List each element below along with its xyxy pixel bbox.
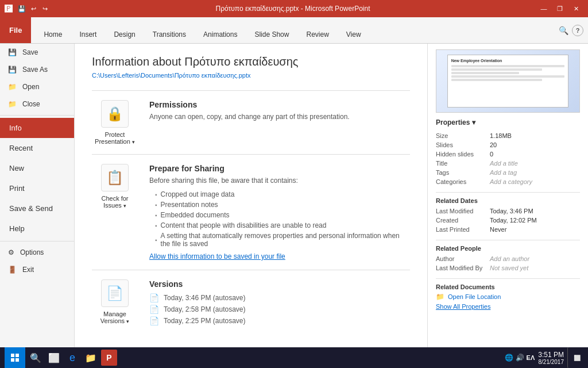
slide-preview: New Employee Orientation xyxy=(436,49,580,113)
prop-author: Author Add an author xyxy=(436,254,580,263)
time-display: 3:51 PM xyxy=(538,351,564,359)
date-display: 8/21/2017 xyxy=(538,359,564,365)
file-path[interactable]: C:\Users\Lefteris\Documents\Πρότυπο εκπα… xyxy=(92,72,410,79)
tab-view[interactable]: View xyxy=(338,27,369,43)
save-icon: 💾 xyxy=(8,48,17,56)
language-indicator[interactable]: ΕΛ xyxy=(527,354,535,361)
sidebar-item-options[interactable]: ⚙ Options xyxy=(0,244,74,261)
protect-icon: 🔒 xyxy=(101,100,129,128)
minimize-button[interactable]: — xyxy=(536,3,551,14)
prepare-bullets: Cropped out image data Presentation note… xyxy=(155,189,410,249)
undo-icon[interactable]: ↩ xyxy=(29,4,38,13)
permissions-desc: Anyone can open, copy, and change any pa… xyxy=(149,113,410,121)
start-button[interactable] xyxy=(5,347,25,368)
clock: 3:51 PM 8/21/2017 xyxy=(538,351,564,365)
prop-title: Title Add a title xyxy=(436,159,580,168)
ribbon: File Home Insert Design Transitions Anim… xyxy=(0,17,588,44)
sidebar-item-save-as[interactable]: 💾 Save As xyxy=(0,61,74,78)
version-doc-icon-3: 📄 xyxy=(149,316,159,325)
version-item-2[interactable]: 📄 Today, 2:58 PM (autosave) xyxy=(149,304,410,315)
windows-logo xyxy=(11,354,19,362)
protect-label[interactable]: Protect Presentation ▾ xyxy=(95,131,135,145)
properties-header[interactable]: Properties ▾ xyxy=(436,118,580,126)
related-dates-table: Last Modified Today, 3:46 PM Created Tod… xyxy=(436,206,580,234)
network-icon[interactable]: 🌐 xyxy=(505,354,513,362)
open-icon: 📁 xyxy=(8,83,17,91)
sidebar-item-save[interactable]: 💾 Save xyxy=(0,44,74,61)
sidebar-item-help[interactable]: Help xyxy=(0,218,74,239)
prop-last-printed: Last Printed Never xyxy=(436,225,580,234)
search-icon[interactable]: 🔍 xyxy=(559,26,568,35)
title-bar: 🅿 💾 ↩ ↪ Πρότυπο εκπαίδευσης.pptx - Micro… xyxy=(0,0,588,17)
version-item-3[interactable]: 📄 Today, 2:25 PM (autosave) xyxy=(149,315,410,327)
save-quick-icon[interactable]: 💾 xyxy=(17,4,26,13)
sidebar-item-new[interactable]: New xyxy=(0,158,74,178)
versions-title: Versions xyxy=(149,279,410,289)
bullet-2: Presentation notes xyxy=(155,200,410,210)
redo-icon[interactable]: ↪ xyxy=(40,4,49,13)
version-item-1[interactable]: 📄 Today, 3:46 PM (autosave) xyxy=(149,292,410,304)
preview-line-1 xyxy=(451,65,565,67)
allow-info-link[interactable]: Allow this information to be saved in yo… xyxy=(149,252,410,260)
tab-insert[interactable]: Insert xyxy=(71,27,105,43)
taskbar-search-icon[interactable]: 🔍 xyxy=(28,350,44,366)
tab-slideshow[interactable]: Slide Show xyxy=(246,27,297,43)
app-icon: 🅿 xyxy=(5,4,13,13)
permissions-title: Permissions xyxy=(149,100,410,109)
preview-line-2 xyxy=(451,68,542,71)
taskbar-ppt-icon[interactable]: P xyxy=(101,350,117,366)
title-bar-left: 🅿 💾 ↩ ↪ xyxy=(5,4,49,13)
right-panel: New Employee Orientation Properties ▾ Si… xyxy=(427,44,588,347)
sidebar-item-save-send[interactable]: Save & Send xyxy=(0,198,74,218)
check-issues-label[interactable]: Check for Issues ▾ xyxy=(101,195,128,209)
help-button[interactable]: ? xyxy=(572,25,583,36)
bullet-4: Content that people with disabilities ar… xyxy=(155,220,410,231)
preview-line-4 xyxy=(451,75,565,78)
prop-tags: Tags Add a tag xyxy=(436,168,580,177)
open-file-icon: 📁 xyxy=(436,293,444,301)
prop-last-modified: Last Modified Today, 3:46 PM xyxy=(436,206,580,216)
manage-versions-label[interactable]: Manage Versions ▾ xyxy=(100,310,129,324)
prop-created: Created Today, 12:02 PM xyxy=(436,216,580,225)
logo-sq-2 xyxy=(16,354,19,357)
protect-dropdown-arrow: ▾ xyxy=(132,139,135,145)
version-doc-icon-1: 📄 xyxy=(149,293,159,302)
prepare-icon-area: 📋 Check for Issues ▾ xyxy=(92,164,138,260)
taskbar-ie-icon[interactable]: e xyxy=(64,350,80,366)
show-desktop-button[interactable]: ⬜ xyxy=(567,347,583,368)
related-docs-header: Related Documents xyxy=(436,278,580,290)
tab-home[interactable]: Home xyxy=(36,27,70,43)
save-as-icon: 💾 xyxy=(8,66,17,74)
bullet-3: Embedded documents xyxy=(155,210,410,220)
taskbar-explorer-icon[interactable]: 📁 xyxy=(83,350,99,366)
related-people-header: Related People xyxy=(436,240,580,252)
versions-dropdown-arrow: ▾ xyxy=(126,319,129,324)
preview-line-3 xyxy=(451,72,520,74)
sidebar-divider-1 xyxy=(0,115,74,116)
file-tab[interactable]: File xyxy=(0,17,31,43)
versions-section: 📄 Manage Versions ▾ Versions 📄 Today, 3:… xyxy=(92,270,410,336)
taskbar-task-view-icon[interactable]: ⬜ xyxy=(46,350,62,366)
tab-design[interactable]: Design xyxy=(106,27,143,43)
taskbar-left: 🔍 ⬜ e 📁 P xyxy=(5,347,117,368)
sidebar-item-info[interactable]: Info xyxy=(0,118,74,138)
related-dates-header: Related Dates xyxy=(436,192,580,204)
sidebar-item-open[interactable]: 📁 Open xyxy=(0,78,74,95)
volume-icon[interactable]: 🔊 xyxy=(516,354,524,362)
tab-animations[interactable]: Animations xyxy=(195,27,245,43)
bullet-1: Cropped out image data xyxy=(155,189,410,200)
permissions-section: 🔒 Protect Presentation ▾ Permissions Any… xyxy=(92,90,410,154)
sidebar-item-print[interactable]: Print xyxy=(0,178,74,198)
window-controls: — ❐ ✕ xyxy=(536,3,583,14)
tab-transitions[interactable]: Transitions xyxy=(145,27,194,43)
close-button[interactable]: ✕ xyxy=(568,3,583,14)
tab-review[interactable]: Review xyxy=(298,27,336,43)
sidebar-item-recent[interactable]: Recent xyxy=(0,138,74,158)
show-all-properties-link[interactable]: Show All Properties xyxy=(436,303,580,310)
sidebar-item-close[interactable]: 📁 Close xyxy=(0,95,74,113)
logo-sq-4 xyxy=(16,358,19,362)
maximize-button[interactable]: ❐ xyxy=(552,3,567,14)
sidebar-item-exit[interactable]: 🚪 Exit xyxy=(0,261,74,278)
logo-sq-1 xyxy=(11,354,14,357)
open-file-location[interactable]: 📁 Open File Location xyxy=(436,293,580,301)
